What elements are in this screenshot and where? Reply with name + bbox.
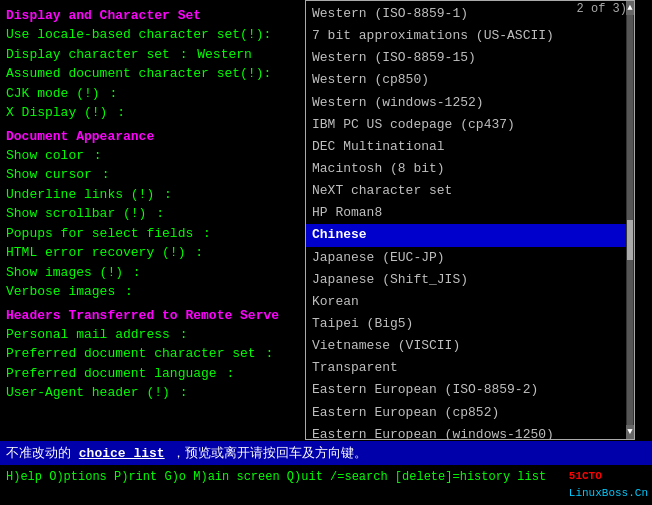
setting-row: Show color : <box>6 146 299 166</box>
bottom-bar-suffix: ，预览或离开请按回车及方向键。 <box>165 446 368 461</box>
dropdown-header: 2 of 3) <box>574 1 630 17</box>
hotkey-bar: H)elp O)ptions P)rint G)o M)ain screen Q… <box>0 465 652 505</box>
dropdown-item[interactable]: Japanese (Shift_JIS) <box>306 269 634 291</box>
setting-row: User-Agent header (!) : <box>6 383 299 403</box>
display-section-title: Display and Character Set <box>6 8 299 23</box>
hotkey-text: H)elp O)ptions P)rint G)o M)ain screen Q… <box>6 470 546 484</box>
choice-list-highlight: choice list <box>79 446 165 461</box>
dropdown-item[interactable]: NeXT character set <box>306 180 634 202</box>
dropdown-list: Western (ISO-8859-1)7 bit approximations… <box>306 3 634 440</box>
dropdown-item[interactable]: Transparent <box>306 357 634 379</box>
setting-row: X Display (!) : <box>6 103 299 123</box>
scrollbar-thumb[interactable] <box>627 220 633 260</box>
main-container: Display and Character Set Use locale-bas… <box>0 0 652 505</box>
dropdown-item[interactable]: DEC Multinational <box>306 136 634 158</box>
dropdown-item[interactable]: Macintosh (8 bit) <box>306 158 634 180</box>
dropdown-item[interactable]: Eastern European (ISO-8859-2) <box>306 379 634 401</box>
dropdown-item[interactable]: Japanese (EUC-JP) <box>306 247 634 269</box>
setting-row: Display character set : Western <box>6 45 299 65</box>
setting-row: Underline links (!) : <box>6 185 299 205</box>
setting-row: Assumed document character set(!): <box>6 64 299 84</box>
setting-row: Use locale-based character set(!): <box>6 25 299 45</box>
setting-row: Personal mail address : <box>6 325 299 345</box>
headers-section-title: Headers Transferred to Remote Serve <box>6 308 299 323</box>
scrollbar[interactable]: ▲ ▼ <box>626 1 634 439</box>
scrollbar-track <box>627 15 633 425</box>
appearance-section-title: Document Appearance <box>6 129 299 144</box>
bottom-bar: 不准改动的 choice list ，预览或离开请按回车及方向键。 <box>0 441 652 465</box>
dropdown-item[interactable]: Western (cp850) <box>306 69 634 91</box>
setting-row: HTML error recovery (!) : <box>6 243 299 263</box>
51cto-logo: 51CTO <box>569 470 602 482</box>
dropdown-item[interactable]: Vietnamese (VISCII) <box>306 335 634 357</box>
dropdown-overlay[interactable]: 2 of 3) Western (ISO-8859-1)7 bit approx… <box>305 0 635 440</box>
dropdown-item[interactable]: 7 bit approximations (US-ASCII) <box>306 25 634 47</box>
setting-row: Preferred document language : <box>6 364 299 384</box>
setting-row: Show scrollbar (!) : <box>6 204 299 224</box>
watermark: 51CTO LinuxBoss.Cn <box>569 468 648 501</box>
dropdown-item[interactable]: IBM PC US codepage (cp437) <box>306 114 634 136</box>
setting-row: CJK mode (!) : <box>6 84 299 104</box>
left-panel: Display and Character Set Use locale-bas… <box>0 0 305 505</box>
setting-row: Show images (!) : <box>6 263 299 283</box>
dropdown-item[interactable]: Eastern European (cp852) <box>306 402 634 424</box>
dropdown-item[interactable]: Korean <box>306 291 634 313</box>
linux-logo: LinuxBoss.Cn <box>569 487 648 499</box>
dropdown-item[interactable]: HP Roman8 <box>306 202 634 224</box>
dropdown-item[interactable]: Western (ISO-8859-15) <box>306 47 634 69</box>
dropdown-item[interactable]: Eastern European (windows-1250) <box>306 424 634 440</box>
bottom-bar-prefix: 不准改动的 <box>6 446 79 461</box>
setting-row: Show cursor : <box>6 165 299 185</box>
scroll-down-arrow[interactable]: ▼ <box>626 425 634 439</box>
dropdown-item[interactable]: Western (windows-1252) <box>306 92 634 114</box>
dropdown-item[interactable]: Chinese <box>306 224 634 246</box>
setting-row: Verbose images : <box>6 282 299 302</box>
scroll-up-arrow[interactable]: ▲ <box>626 1 634 15</box>
dropdown-item[interactable]: Taipei (Big5) <box>306 313 634 335</box>
setting-row: Popups for select fields : <box>6 224 299 244</box>
setting-row: Preferred document character set : <box>6 344 299 364</box>
